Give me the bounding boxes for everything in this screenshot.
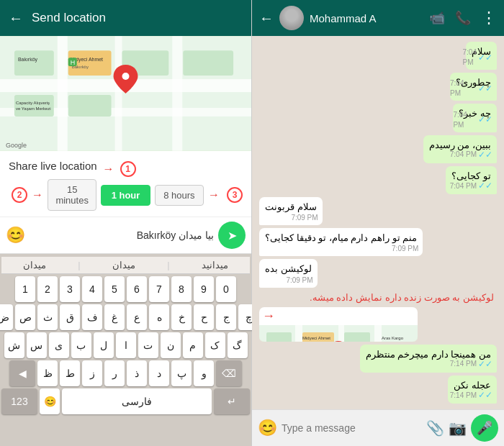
kb-row-1: ض ص ث ق ف غ ع ه خ ح ج چ: [1, 304, 250, 330]
voice-call-icon[interactable]: 📞: [455, 10, 471, 26]
mic-button[interactable]: 🎤: [471, 414, 498, 442]
key-7[interactable]: 7: [149, 276, 169, 302]
key-pe[interactable]: پ: [171, 360, 192, 386]
key-6[interactable]: 6: [127, 276, 147, 302]
svg-point-13: [122, 73, 130, 80]
chat-input-row: 😊 📎 📷 🎤: [252, 409, 504, 446]
key-3[interactable]: 3: [60, 276, 80, 302]
annotation-1: 1: [120, 161, 136, 177]
svg-rect-26: [338, 325, 344, 342]
key-9[interactable]: 9: [194, 276, 214, 302]
key-qaf[interactable]: ق: [60, 304, 80, 330]
backspace-key[interactable]: ⌫: [216, 360, 242, 386]
key-enter[interactable]: ↵: [214, 388, 250, 414]
chat-emoji-icon[interactable]: 😊: [258, 419, 277, 437]
key-5[interactable]: 5: [104, 276, 125, 302]
svg-rect-25: [295, 325, 302, 342]
key-8[interactable]: 8: [171, 276, 192, 302]
key-vav[interactable]: و: [194, 360, 214, 386]
msg-montazeram: من همینجا دارم میچرخم منتظرم 7:14 PM ✓✓: [360, 345, 497, 373]
time-8hours[interactable]: 8 hours: [155, 185, 204, 206]
chat-input[interactable]: [282, 422, 422, 434]
key-emoji[interactable]: 😊: [40, 388, 60, 414]
suggestion-1[interactable]: میدان: [23, 260, 46, 270]
annotation-2: 2: [12, 187, 27, 203]
suggestion-3[interactable]: میدانید: [202, 260, 228, 270]
message-input[interactable]: [30, 229, 214, 241]
key-shift[interactable]: ◀: [9, 360, 35, 386]
key-he[interactable]: ح: [194, 304, 214, 330]
msg-rassidam: ببین، من رسیدم 7:04 PM ✓✓: [423, 135, 497, 163]
key-farsi[interactable]: فارسی: [62, 388, 212, 414]
key-kaf[interactable]: ک: [205, 332, 225, 358]
left-panel: ← Send location Google: [0, 0, 252, 446]
key-alef[interactable]: ا: [116, 332, 136, 358]
svg-text:Midyeci Ahmet: Midyeci Ahmet: [302, 336, 330, 340]
red-annotation-text: لوکیشن به صورت زنده داره نمایش داده میشه…: [259, 291, 497, 304]
time-15min[interactable]: 15 minutes: [48, 179, 96, 211]
key-sin[interactable]: س: [27, 332, 47, 358]
key-sad[interactable]: ص: [15, 304, 35, 330]
key-ha[interactable]: ه: [149, 304, 169, 330]
key-nun[interactable]: ن: [161, 332, 181, 358]
key-4[interactable]: 4: [82, 276, 102, 302]
keyboard: میدان | میدان | میدانید 1 2 3 4 5 6 7 8 …: [0, 254, 251, 446]
suggestion-2[interactable]: میدان: [112, 260, 135, 270]
key-gaf[interactable]: گ: [228, 332, 248, 358]
share-title: Share live location: [9, 160, 97, 172]
attachment-icon[interactable]: 📎: [426, 419, 444, 437]
svg-text:Capacity Alışveriş: Capacity Alışveriş: [16, 101, 50, 105]
msg-ghorbunat: سلام قربونت 7:09 PM: [259, 197, 323, 225]
key-123[interactable]: 123: [1, 388, 37, 414]
key-zal[interactable]: ذ: [127, 360, 147, 386]
svg-rect-9: [183, 50, 233, 76]
key-ze[interactable]: ز: [82, 360, 102, 386]
key-shin[interactable]: ش: [4, 332, 24, 358]
keyboard-suggestions: میدان | میدان | میدانید: [1, 257, 250, 274]
key-ya[interactable]: ی: [49, 332, 69, 358]
msg-kojaii: تو کجایی؟ 7:04 PM ✓✓: [446, 166, 497, 194]
key-mim[interactable]: م: [183, 332, 203, 358]
key-ghayn[interactable]: غ: [104, 304, 125, 330]
back-icon[interactable]: ←: [9, 10, 23, 27]
contact-avatar: [279, 6, 304, 30]
svg-text:Google: Google: [6, 142, 27, 149]
svg-text:Aras Kargo: Aras Kargo: [382, 336, 404, 340]
time-1hour[interactable]: 1 hour: [101, 185, 150, 206]
message-input-row: 😊 ➤: [0, 217, 251, 254]
key-0[interactable]: 0: [216, 276, 236, 302]
video-call-icon[interactable]: 📹: [429, 10, 445, 26]
kb-row-2: ش س ی ب ل ا ت ن م ک گ: [1, 332, 250, 358]
chat-back-icon[interactable]: ←: [259, 10, 274, 27]
svg-rect-3: [58, 36, 68, 151]
key-1[interactable]: 1: [15, 276, 35, 302]
kb-bottom-row: 123 😊 فارسی ↵: [1, 388, 250, 414]
send-location-title: Send location: [32, 11, 243, 25]
key-eyn[interactable]: ع: [127, 304, 147, 330]
key-khe[interactable]: خ: [171, 304, 192, 330]
svg-rect-4: [115, 36, 122, 151]
send-button[interactable]: ➤: [218, 222, 246, 249]
key-zha[interactable]: ظ: [37, 360, 58, 386]
key-re[interactable]: ر: [104, 360, 125, 386]
key-jim[interactable]: ج: [216, 304, 236, 330]
more-options-icon[interactable]: ⋮: [481, 9, 497, 27]
emoji-icon[interactable]: 😊: [6, 226, 25, 245]
key-te[interactable]: ت: [138, 332, 158, 358]
key-ta[interactable]: ط: [60, 360, 80, 386]
key-2[interactable]: 2: [37, 276, 58, 302]
svg-rect-30: [344, 332, 370, 342]
chat-messages: سلام 7:04 PM ✓✓ چطوری؟ 7:04 PM ✓✓ چه خبر…: [252, 36, 504, 409]
key-za[interactable]: ض: [0, 304, 13, 330]
key-fe[interactable]: ف: [82, 304, 102, 330]
msg-salam: سلام 7:04 PM ✓✓: [466, 42, 497, 70]
share-section: Share live location → 1 2 → 15 minutes 1…: [0, 151, 251, 217]
camera-icon[interactable]: 📷: [449, 419, 467, 437]
key-se[interactable]: ث: [37, 304, 58, 330]
location-card: → Google: [259, 307, 418, 342]
key-be[interactable]: ب: [71, 332, 91, 358]
svg-rect-28: [266, 332, 292, 342]
key-lam[interactable]: ل: [94, 332, 114, 358]
right-header: ← Mohammad A 📹 📞 ⋮: [252, 0, 504, 36]
key-dal[interactable]: د: [149, 360, 169, 386]
